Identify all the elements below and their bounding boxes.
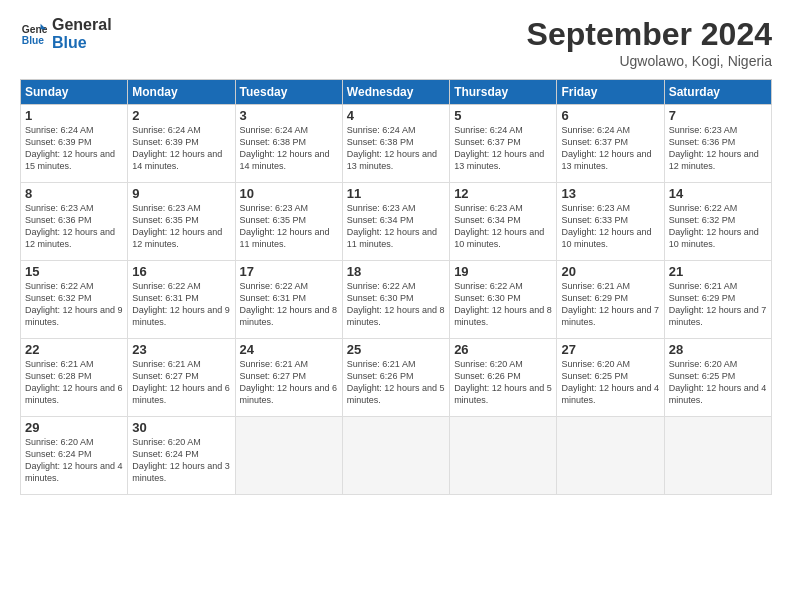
day-number: 30 — [132, 420, 230, 435]
day-detail: Sunrise: 6:20 AMSunset: 6:25 PMDaylight:… — [561, 359, 659, 405]
day-detail: Sunrise: 6:21 AMSunset: 6:26 PMDaylight:… — [347, 359, 445, 405]
day-detail: Sunrise: 6:22 AMSunset: 6:32 PMDaylight:… — [669, 203, 759, 249]
calendar-cell: 9Sunrise: 6:23 AMSunset: 6:35 PMDaylight… — [128, 183, 235, 261]
col-header-sunday: Sunday — [21, 80, 128, 105]
day-detail: Sunrise: 6:21 AMSunset: 6:28 PMDaylight:… — [25, 359, 123, 405]
week-row-1: 8Sunrise: 6:23 AMSunset: 6:36 PMDaylight… — [21, 183, 772, 261]
calendar-cell: 29Sunrise: 6:20 AMSunset: 6:24 PMDayligh… — [21, 417, 128, 495]
calendar-cell: 3Sunrise: 6:24 AMSunset: 6:38 PMDaylight… — [235, 105, 342, 183]
page-header: General Blue General Blue September 2024… — [20, 16, 772, 69]
col-header-tuesday: Tuesday — [235, 80, 342, 105]
day-detail: Sunrise: 6:23 AMSunset: 6:36 PMDaylight:… — [25, 203, 115, 249]
calendar-table: SundayMondayTuesdayWednesdayThursdayFrid… — [20, 79, 772, 495]
day-detail: Sunrise: 6:20 AMSunset: 6:24 PMDaylight:… — [25, 437, 123, 483]
calendar-cell: 30Sunrise: 6:20 AMSunset: 6:24 PMDayligh… — [128, 417, 235, 495]
calendar-cell — [235, 417, 342, 495]
day-number: 10 — [240, 186, 338, 201]
week-row-2: 15Sunrise: 6:22 AMSunset: 6:32 PMDayligh… — [21, 261, 772, 339]
day-detail: Sunrise: 6:24 AMSunset: 6:38 PMDaylight:… — [240, 125, 330, 171]
calendar-cell — [342, 417, 449, 495]
calendar-cell: 6Sunrise: 6:24 AMSunset: 6:37 PMDaylight… — [557, 105, 664, 183]
calendar-cell: 24Sunrise: 6:21 AMSunset: 6:27 PMDayligh… — [235, 339, 342, 417]
calendar-cell: 1Sunrise: 6:24 AMSunset: 6:39 PMDaylight… — [21, 105, 128, 183]
header-row: SundayMondayTuesdayWednesdayThursdayFrid… — [21, 80, 772, 105]
calendar-cell: 26Sunrise: 6:20 AMSunset: 6:26 PMDayligh… — [450, 339, 557, 417]
day-detail: Sunrise: 6:22 AMSunset: 6:30 PMDaylight:… — [347, 281, 445, 327]
svg-text:General: General — [22, 24, 48, 35]
day-number: 6 — [561, 108, 659, 123]
day-number: 22 — [25, 342, 123, 357]
day-number: 17 — [240, 264, 338, 279]
day-detail: Sunrise: 6:22 AMSunset: 6:32 PMDaylight:… — [25, 281, 123, 327]
calendar-cell: 10Sunrise: 6:23 AMSunset: 6:35 PMDayligh… — [235, 183, 342, 261]
day-detail: Sunrise: 6:24 AMSunset: 6:37 PMDaylight:… — [454, 125, 544, 171]
day-number: 24 — [240, 342, 338, 357]
calendar-cell: 11Sunrise: 6:23 AMSunset: 6:34 PMDayligh… — [342, 183, 449, 261]
logo-general: General — [52, 16, 112, 34]
day-number: 12 — [454, 186, 552, 201]
calendar-cell: 15Sunrise: 6:22 AMSunset: 6:32 PMDayligh… — [21, 261, 128, 339]
svg-text:Blue: Blue — [22, 35, 45, 46]
col-header-saturday: Saturday — [664, 80, 771, 105]
day-detail: Sunrise: 6:21 AMSunset: 6:29 PMDaylight:… — [669, 281, 767, 327]
day-number: 27 — [561, 342, 659, 357]
day-number: 1 — [25, 108, 123, 123]
day-number: 19 — [454, 264, 552, 279]
calendar-cell: 27Sunrise: 6:20 AMSunset: 6:25 PMDayligh… — [557, 339, 664, 417]
calendar-cell: 16Sunrise: 6:22 AMSunset: 6:31 PMDayligh… — [128, 261, 235, 339]
calendar-cell: 14Sunrise: 6:22 AMSunset: 6:32 PMDayligh… — [664, 183, 771, 261]
day-number: 21 — [669, 264, 767, 279]
day-detail: Sunrise: 6:21 AMSunset: 6:27 PMDaylight:… — [132, 359, 230, 405]
day-number: 15 — [25, 264, 123, 279]
calendar-cell: 5Sunrise: 6:24 AMSunset: 6:37 PMDaylight… — [450, 105, 557, 183]
calendar-cell — [557, 417, 664, 495]
calendar-cell: 19Sunrise: 6:22 AMSunset: 6:30 PMDayligh… — [450, 261, 557, 339]
day-detail: Sunrise: 6:23 AMSunset: 6:36 PMDaylight:… — [669, 125, 759, 171]
col-header-friday: Friday — [557, 80, 664, 105]
col-header-wednesday: Wednesday — [342, 80, 449, 105]
day-number: 18 — [347, 264, 445, 279]
day-number: 3 — [240, 108, 338, 123]
week-row-4: 29Sunrise: 6:20 AMSunset: 6:24 PMDayligh… — [21, 417, 772, 495]
day-number: 2 — [132, 108, 230, 123]
page-container: General Blue General Blue September 2024… — [0, 0, 792, 505]
day-number: 9 — [132, 186, 230, 201]
calendar-cell: 17Sunrise: 6:22 AMSunset: 6:31 PMDayligh… — [235, 261, 342, 339]
calendar-cell: 13Sunrise: 6:23 AMSunset: 6:33 PMDayligh… — [557, 183, 664, 261]
logo: General Blue General Blue — [20, 16, 112, 51]
day-detail: Sunrise: 6:24 AMSunset: 6:39 PMDaylight:… — [132, 125, 222, 171]
calendar-cell: 7Sunrise: 6:23 AMSunset: 6:36 PMDaylight… — [664, 105, 771, 183]
day-detail: Sunrise: 6:23 AMSunset: 6:34 PMDaylight:… — [454, 203, 544, 249]
day-number: 20 — [561, 264, 659, 279]
day-number: 8 — [25, 186, 123, 201]
calendar-cell: 23Sunrise: 6:21 AMSunset: 6:27 PMDayligh… — [128, 339, 235, 417]
day-number: 7 — [669, 108, 767, 123]
location: Ugwolawo, Kogi, Nigeria — [527, 53, 772, 69]
day-detail: Sunrise: 6:20 AMSunset: 6:25 PMDaylight:… — [669, 359, 767, 405]
title-block: September 2024 Ugwolawo, Kogi, Nigeria — [527, 16, 772, 69]
calendar-cell — [450, 417, 557, 495]
logo-blue: Blue — [52, 34, 112, 52]
day-number: 26 — [454, 342, 552, 357]
day-number: 13 — [561, 186, 659, 201]
day-number: 11 — [347, 186, 445, 201]
calendar-cell: 22Sunrise: 6:21 AMSunset: 6:28 PMDayligh… — [21, 339, 128, 417]
day-detail: Sunrise: 6:23 AMSunset: 6:33 PMDaylight:… — [561, 203, 651, 249]
day-detail: Sunrise: 6:24 AMSunset: 6:38 PMDaylight:… — [347, 125, 437, 171]
day-detail: Sunrise: 6:20 AMSunset: 6:24 PMDaylight:… — [132, 437, 230, 483]
day-number: 23 — [132, 342, 230, 357]
day-number: 4 — [347, 108, 445, 123]
logo-icon: General Blue — [20, 20, 48, 48]
calendar-cell: 20Sunrise: 6:21 AMSunset: 6:29 PMDayligh… — [557, 261, 664, 339]
day-number: 14 — [669, 186, 767, 201]
day-detail: Sunrise: 6:23 AMSunset: 6:35 PMDaylight:… — [240, 203, 330, 249]
calendar-cell — [664, 417, 771, 495]
day-detail: Sunrise: 6:24 AMSunset: 6:39 PMDaylight:… — [25, 125, 115, 171]
week-row-3: 22Sunrise: 6:21 AMSunset: 6:28 PMDayligh… — [21, 339, 772, 417]
month-title: September 2024 — [527, 16, 772, 53]
day-detail: Sunrise: 6:22 AMSunset: 6:31 PMDaylight:… — [132, 281, 230, 327]
calendar-cell: 12Sunrise: 6:23 AMSunset: 6:34 PMDayligh… — [450, 183, 557, 261]
calendar-cell: 28Sunrise: 6:20 AMSunset: 6:25 PMDayligh… — [664, 339, 771, 417]
calendar-cell: 21Sunrise: 6:21 AMSunset: 6:29 PMDayligh… — [664, 261, 771, 339]
day-detail: Sunrise: 6:20 AMSunset: 6:26 PMDaylight:… — [454, 359, 552, 405]
